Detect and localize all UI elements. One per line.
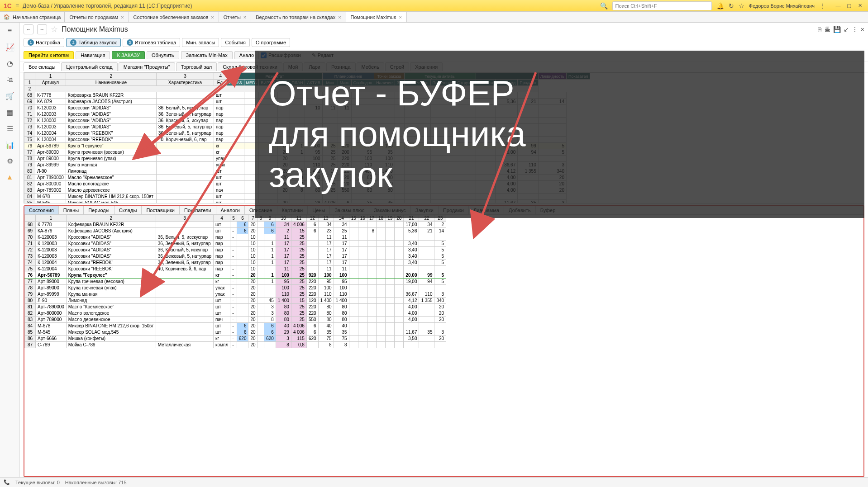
table-row[interactable]: 70К-120003Кроссовки "ADIDAS"36, Белый, 5…: [25, 234, 446, 241]
table-row[interactable]: 77Арт-89000Крупа гречневая (весовая)кг-2…: [25, 279, 446, 285]
table-row[interactable]: 69КА-879Кофеварка JACOBS (Австрия)шт5,36…: [24, 99, 590, 105]
table-row[interactable]: 71К-120003Кроссовки "ADIDAS"36, Зеленый,…: [24, 111, 590, 118]
warehouse-tab[interactable]: Мой: [283, 62, 303, 71]
tab-order-state[interactable]: Состояние обеспечения заказов×: [129, 12, 219, 22]
table-row[interactable]: 73К-120003Кроссовки "ADIDAS"36, Бежевый,…: [24, 124, 590, 130]
warehouse-tab[interactable]: Мебель: [357, 62, 384, 71]
bell-icon[interactable]: 🔔: [716, 2, 724, 9]
detail-tab[interactable]: Описание: [245, 206, 277, 214]
warehouse-tab[interactable]: Склад бытовой техники: [218, 62, 282, 71]
detail-tab[interactable]: Заказы плюс: [330, 206, 369, 214]
warehouse-tab[interactable]: Магазин "Продукты": [119, 62, 175, 71]
table-row[interactable]: 83Арт-789000Масло деревенскоепач-2088025…: [25, 317, 446, 323]
table-row[interactable]: 77Арт-89000Крупа гречневая (весовая)кг20…: [24, 149, 590, 156]
table-row[interactable]: 76Арт-56789Крупа "Геркулес"кг20110025920…: [24, 143, 590, 149]
close-icon[interactable]: ×: [399, 14, 401, 20]
step-purchase-table[interactable]: 2Таблица закупок: [66, 38, 121, 47]
window-close-icon[interactable]: ✕: [855, 3, 864, 9]
tab-maximus[interactable]: Помощник Maximus×: [346, 12, 407, 22]
table-row[interactable]: 85М-545Миксер SOLAC мод.545шт20294 00663…: [24, 200, 590, 204]
table-row[interactable]: 81Арт-7890000Масло "Кремлевское"шт203802…: [24, 175, 590, 181]
step-settings[interactable]: 1Настройка: [24, 38, 64, 47]
detail-tab[interactable]: Буфер: [536, 206, 561, 214]
global-search-input[interactable]: [612, 1, 712, 10]
table-row[interactable]: 79Арт-89999Крупа маннаяупак-201102522011…: [25, 291, 446, 298]
tab-stock-report[interactable]: Ведомость по товарам на складах×: [251, 12, 346, 22]
table-row[interactable]: 82Арт-800000Масло вологодскоешт203802522…: [24, 181, 590, 187]
detail-tab[interactable]: Продажи: [439, 206, 469, 214]
reset-button[interactable]: Обнулить: [147, 51, 179, 59]
table-row[interactable]: 78Арт-89000Крупа гречневая (упак)упак-20…: [25, 285, 446, 291]
table-row[interactable]: 68К-7778Кофеварка BRAUN KF22Rшт: [24, 92, 590, 99]
bottom-grid[interactable]: 123456789101112131415161718192021222368К…: [24, 215, 863, 476]
detail-tab[interactable]: Периоды: [84, 206, 114, 214]
table-row[interactable]: 80Л-90Лимонадшт-20451 400151201 4001 400…: [25, 298, 446, 304]
table-row[interactable]: 85М-545Миксер SOLAC мод.545шт-6206294 00…: [25, 329, 446, 336]
warehouse-tab[interactable]: Розница: [326, 62, 356, 71]
table-row[interactable]: 83Арт-789000Масло деревенскоепач20880255…: [24, 187, 590, 194]
sb-cart-icon[interactable]: 🛒: [5, 91, 14, 100]
step-events[interactable]: События: [221, 38, 249, 47]
close-icon[interactable]: ×: [211, 14, 214, 20]
analogs-button[interactable]: Анало: [234, 51, 259, 59]
table-row[interactable]: 71К-120003Кроссовки "ADIDAS"36, Зеленый,…: [25, 241, 446, 247]
to-order-button[interactable]: К ЗАКАЗУ: [112, 51, 145, 59]
detail-tab[interactable]: Диаграмма: [469, 206, 504, 214]
favorite-icon[interactable]: ☆: [51, 24, 58, 34]
close-icon[interactable]: ×: [243, 14, 246, 20]
warehouse-tab[interactable]: Все склады: [24, 62, 60, 71]
print-icon[interactable]: 🖶: [824, 26, 830, 33]
warehouse-tab[interactable]: Хранения: [410, 62, 443, 71]
table-row[interactable]: 73К-120003Кроссовки "ADIDAS"36, Бежевый,…: [25, 253, 446, 260]
star-icon[interactable]: ☆: [739, 2, 744, 9]
write-minmax-button[interactable]: Записать Min-Max: [181, 51, 233, 59]
warehouse-tab[interactable]: Лари: [304, 62, 325, 71]
save-icon[interactable]: 💾: [833, 26, 841, 33]
tab-reports-sales[interactable]: Отчеты по продажам×: [65, 12, 129, 22]
detail-tab[interactable]: Заказы минус: [369, 206, 410, 214]
top-grid[interactable]: 1234РезультатПланированиеТочки заказаТек…: [24, 72, 864, 203]
step-min-stock[interactable]: Мин. запасы: [182, 38, 219, 47]
table-row[interactable]: 75К-120004Кроссовки "REEBOK"40, Коричнев…: [25, 266, 446, 272]
sb-triangle-icon[interactable]: ▲: [5, 173, 14, 182]
table-row[interactable]: 81Арт-7890000Масло "Кремлевское"шт-20380…: [25, 304, 446, 310]
sb-gear-icon[interactable]: ⚙: [5, 156, 14, 165]
detail-tab[interactable]: Картинки: [277, 206, 308, 214]
hamburger-icon[interactable]: ≡: [15, 2, 19, 9]
navigation-button[interactable]: Навигация: [76, 51, 110, 59]
warehouse-tab[interactable]: Строй: [385, 62, 409, 71]
table-row[interactable]: 80Л-90Лимонадшт20451 400151201 4001 4004…: [24, 168, 590, 175]
sb-list-icon[interactable]: ☰: [5, 124, 14, 133]
detail-tab[interactable]: Планы: [59, 206, 84, 214]
table-row[interactable]: 79Арт-89999Крупа маннаяупак2011025220110…: [24, 162, 590, 168]
sb-bag-icon[interactable]: 🛍: [5, 75, 14, 84]
step-about[interactable]: О программе: [252, 38, 290, 47]
table-row[interactable]: 84М-678Миксер BINATONE HM 212,6 скор. 15…: [24, 194, 590, 200]
copy-icon[interactable]: ⎘: [818, 26, 821, 33]
detail-tab[interactable]: Склады: [114, 206, 142, 214]
close-page-icon[interactable]: ×: [861, 26, 864, 33]
table-row[interactable]: 72К-120003Кроссовки "ADIDAS"36, Красный,…: [24, 118, 590, 124]
detail-tab[interactable]: Аналоги: [216, 206, 245, 214]
detail-tab[interactable]: Добавить: [504, 206, 536, 214]
table-row[interactable]: 78Арт-89000Крупа гречневая (упак)упак201…: [24, 156, 590, 162]
user-name[interactable]: Федоров Борис Михайлович: [749, 3, 815, 9]
sb-grid-icon[interactable]: ▦: [5, 108, 14, 117]
table-row[interactable]: 75К-120004Кроссовки "REEBOK"40, Коричнев…: [24, 137, 590, 143]
history-icon[interactable]: ↻: [729, 2, 734, 9]
sb-pie-icon[interactable]: ◔: [5, 59, 14, 68]
table-row[interactable]: 69КА-879Кофеварка JACOBS (Австрия)шт-620…: [25, 228, 446, 234]
sb-chart-icon[interactable]: 📈: [5, 43, 14, 52]
user-menu-icon[interactable]: ⋮: [819, 2, 825, 9]
close-icon[interactable]: ×: [121, 14, 124, 20]
warehouse-tab[interactable]: Торговый зал: [176, 62, 217, 71]
table-row[interactable]: 76Арт-56789Крупа "Геркулес"кг-2011002592…: [25, 272, 446, 279]
table-row[interactable]: 74К-120004Кроссовки "REEBOK"36, Зеленый,…: [24, 130, 590, 137]
warehouse-tab[interactable]: Центральный склад: [61, 62, 117, 71]
table-row[interactable]: 87С-789Мойка С-789Металлическаякомпл-208…: [25, 342, 446, 348]
goto-totals-button[interactable]: Перейти к итогам: [24, 51, 74, 59]
nav-forward-button[interactable]: →: [37, 24, 47, 34]
table-row[interactable]: 74К-120004Кроссовки "REEBOK"36, Зеленый,…: [25, 260, 446, 266]
search-icon[interactable]: 🔍: [600, 2, 608, 9]
detail-tab[interactable]: Цены: [308, 206, 330, 214]
